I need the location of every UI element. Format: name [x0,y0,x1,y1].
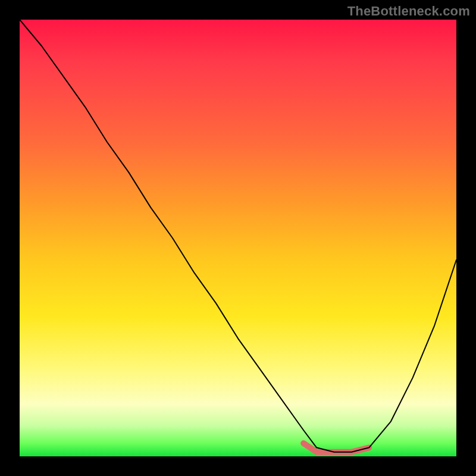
bottleneck-curve [20,20,456,452]
valley-highlight [303,443,369,452]
plot-area [20,20,456,456]
chart-container: TheBottleneck.com [0,0,476,476]
curve-svg [20,20,456,456]
watermark-text: TheBottleneck.com [347,4,470,19]
